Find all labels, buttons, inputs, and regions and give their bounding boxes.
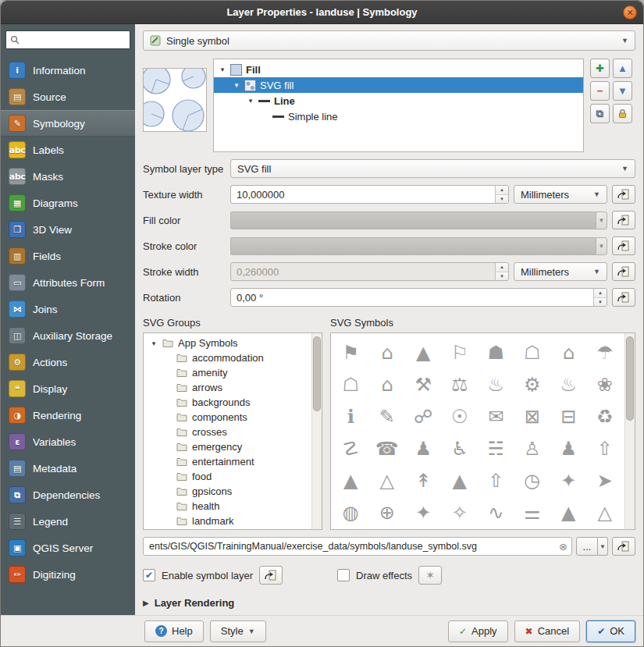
svg-symbol-icon[interactable]: △ [587, 498, 624, 528]
svg-path-override-button[interactable] [612, 537, 635, 556]
sidebar-item-qgis-server[interactable]: ▣ QGIS Server [1, 535, 135, 561]
svg-symbol-icon[interactable]: ☍ [405, 402, 442, 432]
svg-group-folder[interactable]: arrows [144, 380, 311, 395]
svg-symbol-icon[interactable]: ➤ [587, 466, 624, 496]
sidebar-item-auxiliary-storage[interactable]: ◫ Auxiliary Storage [1, 322, 135, 349]
svg-symbol-icon[interactable]: ⚑ [333, 338, 369, 368]
stroke-width-override-button[interactable] [612, 262, 635, 281]
svg-symbol-icon[interactable]: ☂ [587, 338, 624, 368]
svg-symbol-icon[interactable]: ☖ [333, 370, 369, 400]
svg-symbol-icon[interactable]: ♟ [550, 434, 587, 464]
duplicate-layer-button[interactable]: ⧉ [590, 104, 610, 123]
sidebar-item-source[interactable]: ▤ Source [1, 84, 135, 110]
svg-symbol-icon[interactable]: ▲ [333, 466, 369, 496]
svg-group-folder[interactable]: health [144, 499, 311, 514]
expander-icon[interactable]: ▾ [150, 339, 158, 347]
svg-group-folder[interactable]: backgrounds [144, 395, 311, 410]
rotation-override-button[interactable] [612, 288, 635, 307]
svg-symbol-icon[interactable]: ⌂ [369, 338, 406, 368]
fill-color-override-button[interactable] [612, 211, 635, 229]
stroke-color-button[interactable]: ▼ [230, 237, 607, 255]
sidebar-item-display[interactable]: ❝ Display [1, 375, 135, 402]
apply-button[interactable]: ✓ Apply [448, 620, 508, 642]
close-icon[interactable]: ✕ [623, 5, 637, 20]
sidebar-item-variables[interactable]: ε Variables [1, 428, 135, 455]
svg-group-folder[interactable]: accommodation [144, 350, 311, 365]
browse-button[interactable]: ... ▼ [576, 537, 608, 556]
spinner-arrows[interactable]: ▲▼ [495, 186, 508, 203]
svg-symbol-icon[interactable]: ⊠ [514, 402, 551, 432]
svg-symbol-icon[interactable]: △ [369, 466, 406, 496]
symbol-layer-row[interactable]: Simple line [214, 108, 583, 124]
title-bar[interactable]: Layer Properties - landuse | Symbology ✕ [1, 1, 643, 24]
svg-symbol-icon[interactable]: ♙ [514, 434, 551, 464]
sidebar-item-fields[interactable]: ▥ Fields [1, 243, 135, 269]
enable-symbol-layer-checkbox[interactable]: ✔ [143, 569, 155, 581]
svg-group-folder[interactable]: gpsicons [144, 484, 311, 499]
move-layer-up-button[interactable]: ▲ [613, 59, 632, 78]
svg-symbol-icon[interactable]: ◍ [333, 498, 369, 528]
sidebar-item-information[interactable]: i Information [1, 57, 135, 84]
svg-symbol-icon[interactable]: ⚖ [442, 370, 479, 400]
svg-symbol-icon[interactable]: ⚐ [442, 338, 479, 368]
texture-width-override-button[interactable] [612, 185, 635, 204]
rotation-input[interactable]: 0,00 ° ▲▼ [230, 288, 607, 307]
svg-symbol-icon[interactable]: ⇧ [478, 466, 514, 496]
layer-rendering-expander[interactable]: ▶ Layer Rendering [143, 597, 635, 609]
svg-symbol-icon[interactable]: ♟ [405, 434, 442, 464]
expander-icon[interactable] [233, 81, 240, 89]
sidebar-item-rendering[interactable]: ◑ Rendering [1, 402, 135, 428]
svg-symbol-icon[interactable]: ❀ [587, 370, 624, 400]
svg-symbol-icon[interactable]: ☎ [369, 434, 406, 464]
svg-symbol-icon[interactable]: ☗ [478, 338, 514, 368]
chevron-down-icon[interactable]: ▼ [598, 537, 608, 556]
svg-symbol-icon[interactable]: ∿ [478, 498, 514, 528]
texture-width-input[interactable]: 10,000000 ▲▼ [230, 185, 509, 204]
svg-symbol-icon[interactable]: ☡ [333, 434, 369, 464]
symbol-mode-combo[interactable]: Single symbol ▼ [143, 30, 635, 51]
svg-symbol-icon[interactable]: ▲ [550, 498, 587, 528]
svg-group-folder[interactable]: components [144, 410, 311, 425]
fill-color-button[interactable]: ▼ [230, 212, 607, 229]
sidebar-item-symbology[interactable]: ✎ Symbology [1, 110, 135, 137]
sidebar-item-dependencies[interactable]: ⧉ Dependencies [1, 482, 135, 508]
expander-icon[interactable] [219, 66, 226, 73]
symbols-scrollbar[interactable] [624, 333, 635, 529]
svg-symbol-icon[interactable]: ✧ [442, 498, 479, 528]
svg-symbol-icon[interactable]: ☵ [478, 434, 514, 464]
svg-symbol-icon[interactable]: ♨ [478, 370, 514, 400]
svg-group-folder[interactable]: landmark [144, 514, 311, 528]
symbol-layer-type-combo[interactable]: SVG fill ▼ [230, 159, 635, 178]
svg-symbol-icon[interactable]: ⊟ [550, 402, 587, 432]
svg-symbol-icon[interactable]: ℹ [333, 402, 369, 432]
svg-symbol-icon[interactable]: ♻ [587, 402, 624, 432]
draw-effects-checkbox[interactable] [337, 569, 350, 581]
stroke-width-unit-combo[interactable]: Millimeters ▼ [514, 262, 607, 281]
search-input[interactable] [23, 34, 126, 45]
svg-symbol-icon[interactable]: ↟ [405, 466, 442, 496]
help-button[interactable]: ? Help [144, 620, 204, 642]
spinner-arrows[interactable]: ▲▼ [495, 263, 508, 280]
move-layer-down-button[interactable]: ▼ [613, 81, 632, 101]
svg-symbol-icon[interactable]: ⌂ [550, 338, 587, 368]
svg-symbol-icon[interactable]: ☖ [514, 338, 551, 368]
sidebar-search[interactable] [5, 30, 130, 49]
expander-icon[interactable] [247, 97, 254, 105]
lock-color-button[interactable] [613, 104, 632, 123]
browse-ellipsis[interactable]: ... [576, 537, 598, 556]
cancel-button[interactable]: ✖ Cancel [514, 620, 581, 642]
svg-symbol-icon[interactable]: ▲ [405, 338, 442, 368]
texture-width-unit-combo[interactable]: Millimeters ▼ [514, 185, 607, 204]
symbol-layer-row[interactable]: Fill [214, 62, 583, 77]
sidebar-item-labels[interactable]: abc Labels [1, 137, 135, 163]
svg-symbol-icon[interactable]: ✉ [478, 402, 514, 432]
svg-symbol-icon[interactable]: ♨ [550, 370, 587, 400]
sidebar-item-joins[interactable]: ⋈ Joins [1, 296, 135, 322]
stroke-width-input[interactable]: 0,260000 ▲▼ [230, 262, 509, 281]
sidebar-item-actions[interactable]: ⚙ Actions [1, 349, 135, 375]
svg-symbol-icon[interactable]: ☉ [442, 402, 479, 432]
svg-group-folder[interactable]: entertainment [144, 454, 311, 469]
sidebar-item-diagrams[interactable]: ▦ Diagrams [1, 190, 135, 216]
chevron-down-icon[interactable]: ▼ [596, 237, 607, 255]
sidebar-item-3d-view[interactable]: ❒ 3D View [1, 216, 135, 243]
